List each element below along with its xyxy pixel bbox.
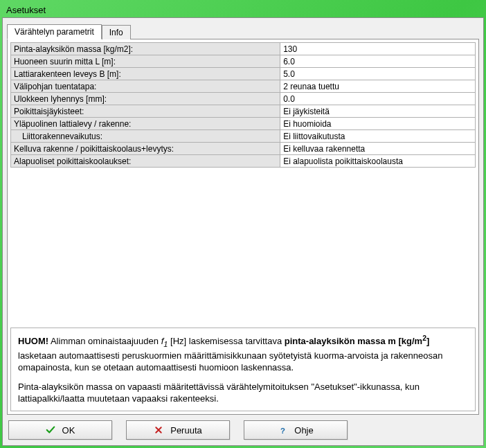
blank-area <box>10 168 476 325</box>
note-emphasis: HUOM! <box>18 336 48 346</box>
prop-label: Huoneen suurin mitta L [m]: <box>11 55 280 68</box>
table-row: Liittorakennevaikutus: Ei liittovaikutus… <box>11 130 476 143</box>
tab-panel: Pinta-alayksikön massa [kg/m2]: 130 Huon… <box>7 39 479 415</box>
cancel-button[interactable]: Peruuta <box>126 420 230 440</box>
ok-button[interactable]: OK <box>8 420 112 440</box>
check-icon <box>46 425 55 435</box>
prop-value[interactable]: 0.0 <box>280 93 476 105</box>
table-row: Kelluva rakenne / poikittaiskoolaus+levy… <box>11 143 476 155</box>
help-button[interactable]: ? Ohje <box>244 420 348 440</box>
prop-label: Lattiarakenteen leveys B [m]: <box>11 68 280 80</box>
table-row: Alapuoliset poikittaiskoolaukset: Ei ala… <box>11 155 476 168</box>
note-paragraph-1: HUOM! Alimman ominaistaajuuden f1 [Hz] l… <box>18 334 468 374</box>
prop-label: Kelluva rakenne / poikittaiskoolaus+levy… <box>11 143 280 155</box>
dialog-window: Värähtelyn parametrit Info Pinta-alayksi… <box>2 17 484 446</box>
prop-value[interactable]: 6.0 <box>280 55 476 68</box>
svg-text:?: ? <box>280 426 285 434</box>
window-title: Asetukset <box>6 5 46 15</box>
prop-label: Pinta-alayksikön massa [kg/m2]: <box>11 43 280 55</box>
table-row: Välipohjan tuentatapa: 2 reunaa tuettu <box>11 80 476 93</box>
button-label: Peruuta <box>170 425 202 436</box>
prop-label: Välipohjan tuentatapa: <box>11 80 280 93</box>
table-row: Lattiarakenteen leveys B [m]: 5.0 <box>11 68 476 80</box>
prop-label: Liittorakennevaikutus: <box>11 130 280 143</box>
prop-value[interactable]: Ei liittovaikutusta <box>280 130 476 143</box>
window-titlebar: Asetukset <box>2 2 484 17</box>
note-box: HUOM! Alimman ominaistaajuuden f1 [Hz] l… <box>10 328 476 411</box>
prop-label: Poikittaisjäykisteet: <box>11 105 280 118</box>
table-row: Huoneen suurin mitta L [m]: 6.0 <box>11 55 476 68</box>
prop-label: Ulokkeen lyhennys [mm]: <box>11 93 280 105</box>
tab-info[interactable]: Info <box>102 25 131 39</box>
prop-value[interactable]: Ei alapuolista poikittaiskoolausta <box>280 155 476 168</box>
prop-value[interactable]: 2 reunaa tuettu <box>280 80 476 93</box>
button-label: Ohje <box>294 425 313 436</box>
button-label: OK <box>62 425 75 436</box>
question-icon: ? <box>278 425 287 435</box>
prop-value[interactable]: Ei jäykisteitä <box>280 105 476 118</box>
prop-value[interactable]: Ei kelluvaa rakennetta <box>280 143 476 155</box>
properties-table: Pinta-alayksikön massa [kg/m2]: 130 Huon… <box>10 42 476 168</box>
table-row: Pinta-alayksikön massa [kg/m2]: 130 <box>11 43 476 55</box>
table-row: Poikittaisjäykisteet: Ei jäykisteitä <box>11 105 476 118</box>
tab-parameters[interactable]: Värähtelyn parametrit <box>7 24 102 39</box>
prop-label: Alapuoliset poikittaiskoolaukset: <box>11 155 280 168</box>
prop-value[interactable]: 130 <box>280 43 476 55</box>
tab-label: Info <box>109 28 123 37</box>
table-row: Ulokkeen lyhennys [mm]: 0.0 <box>11 93 476 105</box>
cross-icon <box>154 425 163 435</box>
prop-value[interactable]: 5.0 <box>280 68 476 80</box>
note-paragraph-2: Pinta-alayksikön massa on vapaasti määri… <box>18 381 468 405</box>
tab-label: Värähtelyn parametrit <box>15 27 94 37</box>
button-bar: OK Peruuta ? Ohje <box>7 415 479 441</box>
tab-strip: Värähtelyn parametrit Info <box>7 22 479 39</box>
prop-value[interactable]: Ei huomioida <box>280 118 476 130</box>
table-row: Yläpuolinen lattialevy / rakenne: Ei huo… <box>11 118 476 130</box>
prop-label: Yläpuolinen lattialevy / rakenne: <box>11 118 280 130</box>
